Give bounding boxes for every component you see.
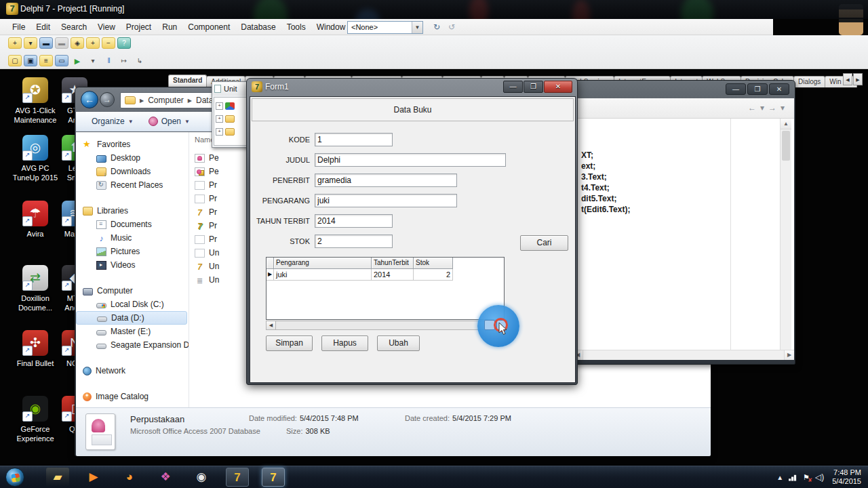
toolbar-save-all[interactable]: ▬: [55, 37, 68, 49]
sidebar-item-4[interactable]: [76, 192, 189, 204]
minimize-button[interactable]: —: [726, 83, 746, 95]
sidebar-item-seagate-expansion[interactable]: Seagate Expansion D: [76, 338, 189, 352]
menu-view[interactable]: View: [92, 20, 121, 35]
sidebar-item-computer[interactable]: Computer: [76, 284, 189, 298]
chevron-down-icon[interactable]: ▼: [412, 22, 422, 33]
menu-file[interactable]: File: [7, 20, 31, 35]
minimize-button[interactable]: —: [503, 81, 523, 93]
app-taskbar-media-player[interactable]: ▶: [82, 468, 105, 487]
file-pr-2[interactable]: Pr: [195, 192, 219, 205]
app-taskbar-game[interactable]: ❖: [154, 468, 177, 487]
app-taskbar-firefox[interactable]: ◕: [118, 468, 141, 487]
tahun-terbit-input[interactable]: [315, 214, 393, 228]
sidebar-item-10[interactable]: [76, 272, 189, 284]
app-taskbar-delphi7[interactable]: 7: [226, 468, 249, 487]
toolbar-view-form[interactable]: ▭: [55, 55, 68, 66]
back-button[interactable]: ←: [81, 91, 98, 108]
judul-input[interactable]: [315, 153, 506, 167]
file-pr-3[interactable]: Pr: [195, 205, 219, 219]
palette-scroll-left-icon[interactable]: ◀: [843, 73, 852, 85]
nav-forward-icon[interactable]: →: [768, 103, 776, 113]
sidebar-item-network[interactable]: Network: [76, 364, 189, 378]
grid-header-tahunterbit[interactable]: TahunTerbit: [372, 258, 414, 269]
code-editor-area[interactable]: XT;ext;3.Text;t4.Text;dit5.Text;t(Edit6.…: [573, 119, 794, 350]
ubah-button[interactable]: Ubah: [377, 336, 420, 351]
hapus-button[interactable]: Hapus: [321, 336, 368, 351]
toolbar-step-over[interactable]: ↦: [117, 55, 131, 66]
menu-database[interactable]: Database: [235, 20, 281, 35]
sidebar-item-16[interactable]: [76, 352, 189, 364]
sidebar-item-desktop[interactable]: Desktop: [76, 151, 189, 165]
update-file-icon[interactable]: ↻: [430, 20, 443, 34]
sidebar-item-pictures[interactable]: Pictures: [76, 245, 189, 258]
toolbar-run[interactable]: ▶: [71, 55, 84, 66]
app-taskbar-chrome[interactable]: ◉: [190, 468, 213, 487]
menu-project[interactable]: Project: [121, 20, 157, 35]
close-button[interactable]: ✕: [769, 83, 789, 95]
simpan-button[interactable]: Simpan: [266, 336, 313, 351]
forward-button[interactable]: →: [100, 92, 115, 107]
grid-cell-pengarang[interactable]: juki: [274, 269, 372, 281]
penerbit-input[interactable]: [315, 174, 457, 187]
toolbar-cascade-windows[interactable]: ▣: [24, 55, 37, 66]
open-button[interactable]: Open ▼: [144, 115, 195, 128]
nav-back-icon[interactable]: ←: [748, 103, 756, 113]
close-button[interactable]: ✕: [544, 81, 572, 93]
sidebar-item-favorites[interactable]: Favorites: [76, 138, 189, 151]
sidebar-item-data-d[interactable]: Data (D:): [76, 311, 187, 325]
unit-tree-window[interactable]: Unit: [212, 81, 251, 148]
action-center-flag-icon[interactable]: ⚑: [803, 473, 810, 482]
grid-header-stok[interactable]: Stok: [414, 258, 453, 269]
toolbar-add-to-project[interactable]: +: [86, 37, 100, 49]
stok-input[interactable]: [315, 235, 393, 248]
palette-tab-standard[interactable]: Standard: [168, 75, 207, 87]
file-un-1[interactable]: Un: [195, 246, 219, 260]
toolbar-open-project[interactable]: ◈: [71, 37, 84, 49]
sidebar-item-image-catalog[interactable]: Image Catalog: [76, 390, 189, 403]
desktop-toolbar-combo[interactable]: <None> ▼: [347, 21, 423, 34]
cari-button[interactable]: Cari: [520, 235, 568, 251]
scroll-up-icon[interactable]: ▲: [781, 119, 791, 129]
toolbar-run-options[interactable]: ▾: [86, 55, 100, 66]
sidebar-item-videos[interactable]: Videos: [76, 258, 189, 272]
menu-window[interactable]: Window: [311, 20, 351, 35]
breadcrumb-data[interactable]: Data: [196, 96, 213, 105]
scroll-right-icon[interactable]: ▶: [784, 350, 794, 360]
chevron-down-icon[interactable]: ▾: [760, 103, 764, 113]
menu-edit[interactable]: Edit: [31, 20, 56, 35]
file-un-2[interactable]: Un: [195, 260, 219, 273]
toolbar-remove-from-project[interactable]: −: [102, 37, 115, 49]
file-perpustakaan[interactable]: Pe: [195, 151, 219, 165]
sidebar-item-18[interactable]: [76, 378, 189, 390]
toolbar-toggle-form-unit[interactable]: ≡: [39, 55, 53, 66]
menu-component[interactable]: Component: [182, 20, 235, 35]
app-taskbar-explorer[interactable]: ▰: [46, 468, 69, 487]
toolbar-save-file[interactable]: ▬: [39, 37, 53, 49]
tree-node-folder-2[interactable]: [216, 125, 250, 138]
grid-horizontal-scrollbar[interactable]: ◀ ▶: [266, 321, 505, 330]
grid-cell-tahunterbit[interactable]: 2014: [372, 269, 414, 281]
kode-input[interactable]: [315, 133, 393, 146]
scrollbar-thumb[interactable]: [782, 131, 790, 161]
organize-button[interactable]: Organize ▼: [87, 115, 138, 128]
toolbar-open-file[interactable]: ▾: [24, 37, 37, 49]
sync-files-icon[interactable]: ↺: [445, 20, 458, 34]
data-grid[interactable]: Pengarang TahunTerbit Stok ▶ juki 2014 2: [266, 257, 505, 320]
volume-icon[interactable]: ◁): [815, 472, 824, 482]
sidebar-item-local-disk-c[interactable]: Local Disk (C:): [76, 298, 189, 311]
file-pr-1[interactable]: Pr: [195, 178, 219, 192]
sidebar-item-music[interactable]: Music: [76, 231, 189, 245]
tray-expand-icon[interactable]: ▲: [776, 474, 783, 481]
form1-title-bar[interactable]: 7 Form1 — ❐ ✕: [247, 79, 577, 96]
file-un-3[interactable]: Un: [195, 273, 219, 287]
file-perpustakaan-lock[interactable]: Pe: [195, 165, 219, 178]
tree-node-project[interactable]: [216, 100, 250, 113]
ide-title-bar[interactable]: 7 Delphi 7 - Project1 [Running]: [0, 0, 868, 19]
sidebar-item-downloads[interactable]: Downloads: [76, 165, 189, 178]
sidebar-item-documents[interactable]: Documents: [76, 218, 189, 231]
palette-scroll-right-icon[interactable]: ▶: [853, 73, 863, 85]
menu-run[interactable]: Run: [157, 20, 182, 35]
sidebar-item-libraries[interactable]: Libraries: [76, 204, 189, 218]
tree-node-folder-1[interactable]: [216, 113, 250, 125]
taskbar-clock[interactable]: 7:48 PM 5/4/2015: [832, 468, 861, 486]
